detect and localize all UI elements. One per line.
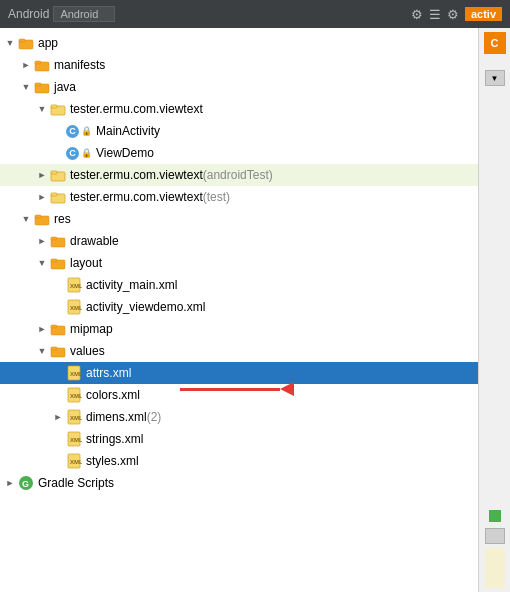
tree-arrow-activity_main[interactable]: [52, 279, 64, 291]
tree-item-styles[interactable]: XML styles.xml: [0, 450, 478, 472]
tree-item-activity_viewdemo[interactable]: XML activity_viewdemo.xml: [0, 296, 478, 318]
sidebar-small-btn-2[interactable]: [485, 528, 505, 544]
tree-arrow-pkg3[interactable]: ►: [36, 191, 48, 203]
tree-arrow-strings[interactable]: [52, 433, 64, 445]
tree-label-attrs: attrs.xml: [86, 366, 131, 380]
settings-icon[interactable]: ⚙: [411, 7, 423, 22]
svg-rect-9: [51, 171, 57, 174]
svg-rect-3: [35, 61, 41, 64]
lock-icon-MainActivity: 🔒: [81, 126, 92, 136]
tree-item-ViewDemo[interactable]: C🔒ViewDemo: [0, 142, 478, 164]
svg-text:XML: XML: [70, 415, 82, 421]
tree-arrow-dimens[interactable]: ►: [52, 411, 64, 423]
tree-label-manifests: manifests: [54, 58, 105, 72]
tree-arrow-res[interactable]: ▼: [20, 213, 32, 225]
tree-arrow-pkg2[interactable]: ►: [36, 169, 48, 181]
tree-arrow-MainActivity[interactable]: [52, 125, 64, 137]
tree-label-values: values: [70, 344, 105, 358]
tree-arrow-drawable[interactable]: ►: [36, 235, 48, 247]
tree-suffix-dimens: (2): [147, 410, 162, 424]
folder-icon-drawable: [50, 233, 66, 249]
tree-item-pkg1[interactable]: ▼ tester.ermu.com.viewtext: [0, 98, 478, 120]
view-dropdown[interactable]: Android Project: [53, 6, 115, 22]
folder-icon-java: [34, 79, 50, 95]
tree-arrow-layout[interactable]: ▼: [36, 257, 48, 269]
tree-item-app[interactable]: ▼ app: [0, 32, 478, 54]
tree-item-attrs[interactable]: XML attrs.xml: [0, 362, 478, 384]
tree-item-manifests[interactable]: ► manifests: [0, 54, 478, 76]
tree-item-res[interactable]: ▼ res: [0, 208, 478, 230]
header-toolbar: ⚙ ☰ ⚙ activ: [411, 7, 502, 22]
tree-label-pkg3: tester.ermu.com.viewtext: [70, 190, 203, 204]
sidebar-c-button[interactable]: C: [484, 32, 506, 54]
tree-item-mipmap[interactable]: ► mipmap: [0, 318, 478, 340]
tree-arrow-activity_viewdemo[interactable]: [52, 301, 64, 313]
tree-label-res: res: [54, 212, 71, 226]
tree-arrow-java[interactable]: ▼: [20, 81, 32, 93]
tree-arrow-app[interactable]: ▼: [4, 37, 16, 49]
svg-rect-17: [51, 259, 57, 262]
file-tree: ▼ app► manifests▼ java▼ tester.ermu.com.…: [0, 28, 478, 592]
folder-icon-values: [50, 343, 66, 359]
svg-text:XML: XML: [70, 371, 82, 377]
tree-label-pkg2: tester.ermu.com.viewtext: [70, 168, 203, 182]
svg-rect-25: [51, 347, 57, 350]
header: Android Android Project ⚙ ☰ ⚙ activ: [0, 0, 510, 28]
tree-arrow-values[interactable]: ▼: [36, 345, 48, 357]
tree-label-java: java: [54, 80, 76, 94]
sidebar-small-btn-1[interactable]: ▼: [485, 70, 505, 86]
tree-item-layout[interactable]: ▼ layout: [0, 252, 478, 274]
gradle-icon-gradle: G: [18, 475, 34, 491]
xml-icon-colors: XML: [66, 387, 82, 403]
tree-item-pkg2[interactable]: ► tester.ermu.com.viewtext (androidTest): [0, 164, 478, 186]
tree-label-colors: colors.xml: [86, 388, 140, 402]
tree-label-activity_main: activity_main.xml: [86, 278, 177, 292]
svg-text:G: G: [22, 479, 29, 489]
filter-icon[interactable]: ☰: [429, 7, 441, 22]
tree-arrow-pkg1[interactable]: ▼: [36, 103, 48, 115]
tree-arrow-colors[interactable]: [52, 389, 64, 401]
tree-item-java[interactable]: ▼ java: [0, 76, 478, 98]
main-content: ▼ app► manifests▼ java▼ tester.ermu.com.…: [0, 28, 510, 592]
sidebar-yellow-block: [485, 548, 505, 588]
tree-item-dimens[interactable]: ► XML dimens.xml (2): [0, 406, 478, 428]
tree-label-gradle: Gradle Scripts: [38, 476, 114, 490]
tree-arrow-gradle[interactable]: ►: [4, 477, 16, 489]
tree-arrow-styles[interactable]: [52, 455, 64, 467]
folder-icon-app: [18, 35, 34, 51]
tree-label-mipmap: mipmap: [70, 322, 113, 336]
activity-button[interactable]: activ: [465, 7, 502, 21]
svg-text:XML: XML: [70, 283, 82, 289]
tree-label-MainActivity: MainActivity: [96, 124, 160, 138]
class-c-icon-ViewDemo: C: [66, 147, 79, 160]
tree-item-activity_main[interactable]: XML activity_main.xml: [0, 274, 478, 296]
right-sidebar: C ▼: [478, 28, 510, 592]
arrow-head: [280, 382, 294, 396]
tree-label-layout: layout: [70, 256, 102, 270]
tree-arrow-attrs[interactable]: [52, 367, 64, 379]
package-icon-pkg3: [50, 189, 66, 205]
svg-rect-1: [19, 39, 25, 42]
svg-text:XML: XML: [70, 305, 82, 311]
gear-icon[interactable]: ⚙: [447, 7, 459, 22]
folder-icon-res: [34, 211, 50, 227]
tree-item-strings[interactable]: XML strings.xml: [0, 428, 478, 450]
tree-suffix-pkg2: (androidTest): [203, 168, 273, 182]
tree-item-drawable[interactable]: ► drawable: [0, 230, 478, 252]
xml-icon-dimens: XML: [66, 409, 82, 425]
tree-item-MainActivity[interactable]: C🔒MainActivity: [0, 120, 478, 142]
xml-icon-activity_viewdemo: XML: [66, 299, 82, 315]
svg-text:XML: XML: [70, 437, 82, 443]
xml-icon-activity_main: XML: [66, 277, 82, 293]
package-icon-pkg2: [50, 167, 66, 183]
xml-icon-attrs: XML: [66, 365, 82, 381]
lock-icon-ViewDemo: 🔒: [81, 148, 92, 158]
tree-arrow-ViewDemo[interactable]: [52, 147, 64, 159]
tree-item-pkg3[interactable]: ► tester.ermu.com.viewtext (test): [0, 186, 478, 208]
svg-rect-23: [51, 325, 57, 328]
tree-arrow-manifests[interactable]: ►: [20, 59, 32, 71]
tree-arrow-mipmap[interactable]: ►: [36, 323, 48, 335]
tree-item-gradle[interactable]: ► G Gradle Scripts: [0, 472, 478, 494]
tree-item-values[interactable]: ▼ values: [0, 340, 478, 362]
folder-icon-layout: [50, 255, 66, 271]
